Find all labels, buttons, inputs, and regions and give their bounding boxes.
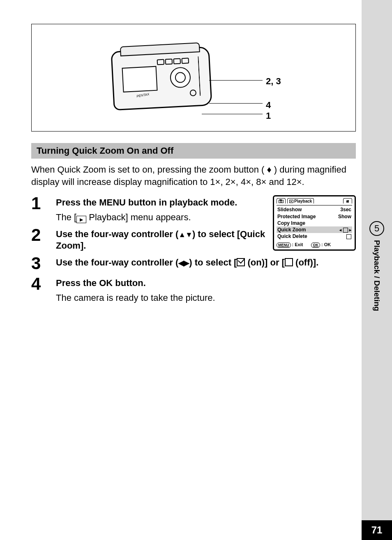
svg-point-2 (280, 201, 282, 203)
callout-label-23: 2, 3 (266, 77, 281, 86)
step-4-detail: The camera is ready to take the picture. (56, 292, 356, 304)
menu-footer: MENU : Exit OK : OK (277, 242, 352, 248)
left-right-arrows-icon: ◀▶ (178, 259, 189, 267)
menu-row-quickzoom: Quick Zoom ◂ ▸ (277, 226, 352, 233)
steps-list: Playback Slideshow 3sec Protected Image … (31, 194, 356, 304)
intro-paragraph: When Quick Zoom is set to on, pressing t… (31, 164, 356, 188)
camera-illustration: PENTAX (111, 46, 212, 111)
callout-line (202, 114, 263, 114)
up-down-arrows-icon: ▲▼ (178, 231, 192, 239)
step-3-title: Use the four-way controller (◀▶) to sele… (56, 257, 356, 269)
step-4: 4 Press the OK button. The camera is rea… (31, 274, 356, 304)
step-1-detail: The [▶ Playback] menu appears. (56, 211, 265, 224)
playback-menu-screenshot: Playback Slideshow 3sec Protected Image … (273, 195, 356, 251)
checkbox-off-icon (343, 228, 348, 233)
playback-tab-label: Playback (294, 199, 312, 204)
callout-label-1: 1 (266, 111, 271, 120)
chapter-number-circle: 5 (369, 221, 384, 236)
checkbox-off-icon (346, 234, 351, 239)
step-3: 3 Use the four-way controller (◀▶) to se… (31, 254, 356, 272)
step-1-title: Press the MENU button in playback mode. (56, 197, 265, 209)
menu-row-slideshow: Slideshow 3sec (277, 206, 352, 213)
svg-rect-5 (348, 200, 349, 203)
menu-pill-icon: MENU (277, 242, 291, 248)
svg-rect-7 (348, 201, 349, 201)
playback-icon: ▶ (76, 216, 86, 223)
callout-line (209, 103, 263, 104)
section-heading: Turning Quick Zoom On and Off (31, 143, 356, 159)
svg-rect-6 (346, 201, 348, 202)
camera-figure-frame: PENTAX 2, 3 4 1 (31, 24, 356, 132)
ok-pill-icon: OK (311, 242, 320, 248)
step-4-title: Press the OK button. (56, 277, 356, 289)
callout-line (209, 80, 263, 81)
step-2-title: Use the four-way controller (▲▼) to sele… (56, 228, 265, 252)
step-number: 4 (31, 274, 56, 293)
step-number: 2 (31, 225, 56, 244)
step-number: 1 (31, 194, 56, 212)
menu-row-quickdelete: Quick Delete (277, 233, 352, 240)
menu-tab-bar: Playback (277, 198, 352, 203)
page-number: 71 (362, 520, 392, 540)
camera-brand: PENTAX (136, 92, 150, 99)
callout-label-4: 4 (266, 101, 271, 110)
checkbox-on-icon (237, 258, 245, 266)
camera-tab-icon (277, 198, 286, 203)
chapter-label: Playback / Deleting (372, 240, 381, 311)
menu-row-protected: Protected Image Show (277, 213, 352, 220)
setup-tab-icon (343, 198, 352, 203)
playback-tab: Playback (287, 198, 314, 203)
checkbox-off-icon (285, 258, 293, 266)
step-number: 3 (31, 254, 56, 272)
right-arrow-icon: ▸ (349, 228, 351, 232)
menu-row-copy: Copy Image (277, 220, 352, 226)
chapter-side-tab: 5 Playback / Deleting (362, 221, 392, 311)
left-arrow-icon: ◂ (339, 228, 341, 232)
